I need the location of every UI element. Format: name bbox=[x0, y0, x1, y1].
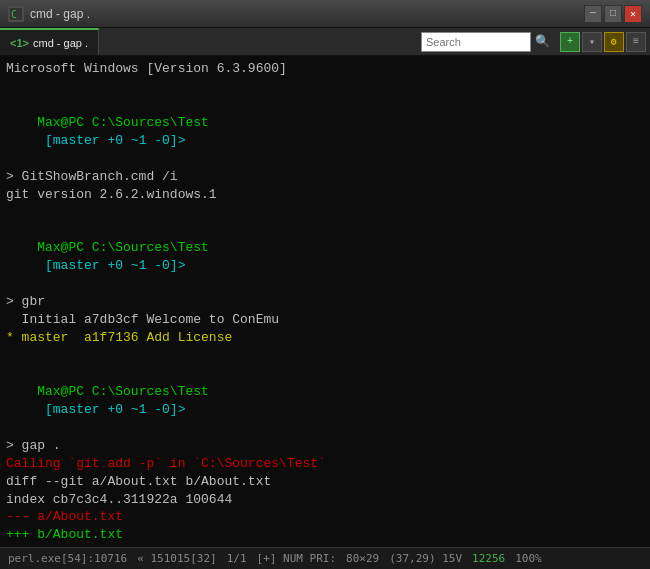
tab-num: <1> bbox=[10, 37, 29, 49]
line-diff1: diff --git a/About.txt b/About.txt bbox=[6, 473, 644, 491]
window-title: cmd - gap . bbox=[30, 7, 90, 21]
line-1: Microsoft Windows [Version 6.3.9600] bbox=[6, 60, 644, 78]
status-coords: (37,29) 15V bbox=[389, 552, 462, 565]
dropdown-button[interactable]: ▾ bbox=[582, 32, 602, 52]
prompt3-branch: [master +0 ~1 -0]> bbox=[37, 402, 185, 417]
line-blank-1 bbox=[6, 78, 644, 96]
tab-bar: <1> cmd - gap . 🔍 + ▾ ⚙ ≡ bbox=[0, 28, 650, 56]
line-gitver: git version 2.6.2.windows.1 bbox=[6, 186, 644, 204]
line-hunk-hdr: @@ -5,7 +5,7 @@ ConEmu-Maximus5 is a Win… bbox=[6, 544, 644, 547]
line-blank-2 bbox=[6, 204, 644, 222]
line-plus-file: +++ b/About.txt bbox=[6, 526, 644, 544]
search-input[interactable] bbox=[421, 32, 531, 52]
minimize-button[interactable]: ─ bbox=[584, 5, 602, 23]
prompt1-branch: [master +0 ~1 -0]> bbox=[37, 133, 185, 148]
line-cmd2: > gbr bbox=[6, 293, 644, 311]
line-blank-3 bbox=[6, 347, 644, 365]
prompt2-path: Max@PC C:\Sources\Test bbox=[37, 240, 209, 255]
status-position: « 151015[32] bbox=[137, 552, 216, 565]
prompt3-path: Max@PC C:\Sources\Test bbox=[37, 384, 209, 399]
toolbar-icons: + ▾ ⚙ ≡ bbox=[556, 28, 650, 55]
line-master: * master a1f7136 Add License bbox=[6, 329, 644, 347]
line-calling: Calling `git add -p` in `C:\Sources\Test… bbox=[6, 455, 644, 473]
status-filesize: 12256 bbox=[472, 552, 505, 565]
title-bar-left: C cmd - gap . bbox=[8, 6, 90, 22]
search-box: 🔍 bbox=[415, 28, 556, 55]
line-prompt2: Max@PC C:\Sources\Test [master +0 ~1 -0]… bbox=[6, 221, 644, 293]
title-bar: C cmd - gap . ─ □ ✕ bbox=[0, 0, 650, 28]
add-tab-button[interactable]: + bbox=[560, 32, 580, 52]
line-cmd3: > gap . bbox=[6, 437, 644, 455]
status-size: 80×29 bbox=[346, 552, 379, 565]
line-minus-file: --- a/About.txt bbox=[6, 508, 644, 526]
status-process: perl.exe[54]:10716 bbox=[8, 552, 127, 565]
prompt1-path: Max@PC C:\Sources\Test bbox=[37, 115, 209, 130]
status-bar: perl.exe[54]:10716 « 151015[32] 1/1 [+] … bbox=[0, 547, 650, 569]
menu-button[interactable]: ≡ bbox=[626, 32, 646, 52]
svg-text:C: C bbox=[11, 9, 17, 20]
line-index: index cb7c3c4..311922a 100644 bbox=[6, 491, 644, 509]
app-icon: C bbox=[8, 6, 24, 22]
line-prompt1: Max@PC C:\Sources\Test [master +0 ~1 -0]… bbox=[6, 96, 644, 168]
line-cmd1: > GitShowBranch.cmd /i bbox=[6, 168, 644, 186]
search-icon: 🔍 bbox=[535, 34, 550, 49]
tab-1[interactable]: <1> cmd - gap . bbox=[0, 28, 99, 55]
status-fraction: 1/1 bbox=[227, 552, 247, 565]
status-indicator: [+] NUM PRI: bbox=[257, 552, 336, 565]
close-button[interactable]: ✕ bbox=[624, 5, 642, 23]
tab-label: cmd - gap . bbox=[33, 37, 88, 49]
line-prompt3: Max@PC C:\Sources\Test [master +0 ~1 -0]… bbox=[6, 365, 644, 437]
window-controls[interactable]: ─ □ ✕ bbox=[584, 5, 642, 23]
line-initial: Initial a7db3cf Welcome to ConEmu bbox=[6, 311, 644, 329]
maximize-button[interactable]: □ bbox=[604, 5, 622, 23]
prompt2-branch: [master +0 ~1 -0]> bbox=[37, 258, 185, 273]
status-zoom: 100% bbox=[515, 552, 542, 565]
settings-button[interactable]: ⚙ bbox=[604, 32, 624, 52]
terminal: Microsoft Windows [Version 6.3.9600] Max… bbox=[0, 56, 650, 547]
